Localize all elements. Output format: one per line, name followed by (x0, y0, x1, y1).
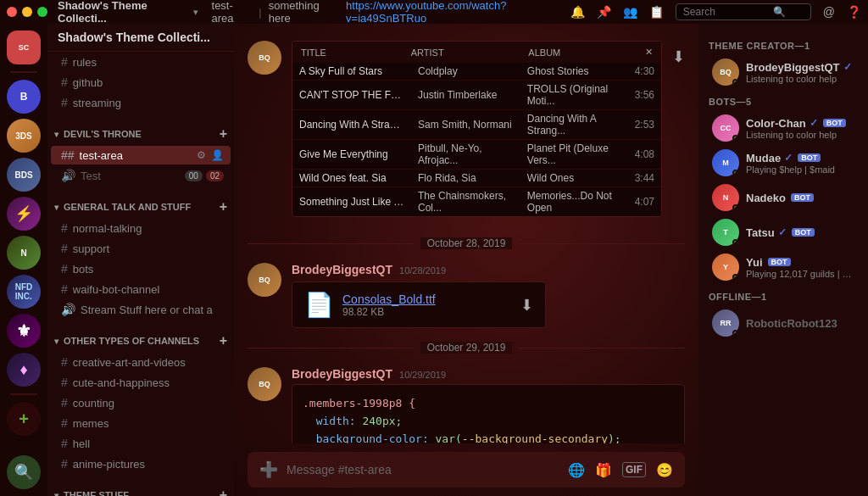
add-channel-button[interactable]: + (220, 333, 227, 348)
server-icon-5[interactable]: ⚡ (7, 197, 41, 231)
add-channel-button[interactable]: + (220, 488, 227, 496)
channel-test-area[interactable]: ## test-area ⚙ 👤 (51, 146, 231, 164)
settings-icon[interactable]: ⚙ (197, 149, 206, 161)
maximize-button[interactable] (37, 7, 47, 17)
channel-hell[interactable]: # hell (51, 434, 231, 453)
server-icon-7[interactable]: NFDINC. (7, 275, 41, 309)
member-yui[interactable]: Y Yui BOT Playing 12,017 guilds | 722,06… (702, 250, 865, 284)
message-group-m3: BQ BrodeyBiggestQT 10/29/2019 .members-1… (248, 367, 685, 443)
section-offline: OFFLINE—1 (698, 285, 868, 305)
channel-cute[interactable]: # cute-and-happiness (51, 373, 231, 392)
channel-bots[interactable]: # bots (51, 259, 231, 278)
gift-icon[interactable]: 🎁 (595, 462, 612, 478)
section-general-talk[interactable]: ▾ GENERAL TALK AND STUFF + (47, 186, 234, 218)
add-channel-button[interactable]: + (220, 126, 227, 142)
member-tatsu[interactable]: T Tatsu ✓ BOT (702, 215, 865, 249)
member-brodey[interactable]: BQ BrodeyBiggestQT ✓ Listening to color … (702, 55, 865, 89)
member-robotic[interactable]: RR RoboticRobot123 (702, 306, 865, 340)
channel-counting[interactable]: # counting (51, 393, 231, 412)
channel-stream-stuff[interactable]: 🔊 Stream Stuff here or chat a (51, 300, 231, 319)
channel-support[interactable]: # support (51, 239, 231, 258)
hash-icon: # (61, 55, 68, 69)
server-name-header[interactable]: Shadow's Theme Collecti... (47, 24, 234, 52)
message-input[interactable] (287, 463, 559, 476)
youtube-link[interactable]: https://www.youtube.com/watch?v=ia49SnBT… (346, 0, 570, 25)
search-input[interactable] (683, 6, 768, 18)
channel-creative-art[interactable]: # creative-art-and-videos (51, 353, 231, 371)
member-name: Color-Chan ✓ BOT (746, 117, 854, 130)
pin-icon[interactable]: 📌 (597, 5, 611, 19)
section-devils-throne[interactable]: ▾ DEVIL'S THRONE + (47, 113, 234, 145)
message-author[interactable]: BrodeyBiggestQT (292, 263, 392, 276)
members-icon[interactable]: 👥 (623, 5, 637, 19)
member-name: BrodeyBiggestQT ✓ (746, 61, 854, 74)
music-table: A Sky Full of Stars Coldplay Ghost Stori… (292, 63, 661, 216)
at-icon[interactable]: @ (823, 5, 835, 19)
channel-streaming[interactable]: # streaming (51, 93, 231, 112)
member-status: Playing 12,017 guilds | 722,06... (746, 269, 854, 279)
message-author[interactable]: BrodeyBiggestQT (292, 367, 392, 381)
members-sidebar: THEME CREATOR—1 BQ BrodeyBiggestQT ✓ Lis… (698, 24, 868, 496)
hash-icon: # (61, 396, 68, 410)
server-name: Shadow's Theme Collecti... (58, 0, 190, 25)
member-color-chan[interactable]: CC Color-Chan ✓ BOT Listening to color h… (702, 111, 865, 145)
message-group-m1: BQ TITLE ARTIST ALBUM ✕ A (248, 41, 685, 224)
code-line-1: .members-1998p8 { (303, 395, 674, 413)
channel-rules[interactable]: # rules (51, 53, 231, 71)
member-avatar-tatsu: T (712, 219, 739, 246)
bell-icon[interactable]: 🔔 (570, 5, 585, 19)
search-box[interactable]: 🔍 (676, 3, 811, 20)
verified-icon: ✓ (778, 226, 787, 238)
server-icon-2[interactable]: B (7, 80, 41, 114)
window-controls[interactable] (7, 7, 47, 17)
channel-memes[interactable]: # memes (51, 414, 231, 432)
discover-icon[interactable]: 🔍 (7, 455, 41, 489)
download-icon[interactable]: ⬇ (520, 296, 533, 315)
section-label: DEVIL'S THRONE (64, 129, 142, 139)
server-icon-8[interactable]: ⚜ (7, 314, 41, 348)
add-channel-button[interactable]: + (220, 199, 227, 215)
title-bar: Shadow's Theme Collecti... ▾ test-area |… (0, 0, 868, 24)
attachment-size: 98.82 KB (342, 306, 512, 318)
download-icon[interactable]: ⬇ (672, 41, 685, 66)
status-dot (732, 170, 739, 176)
table-row: Dancing With A Stranger (with Normani) S… (292, 110, 661, 140)
embed-title: TITLE (301, 47, 326, 58)
server-icon-6[interactable]: N (7, 236, 41, 270)
server-icon-3[interactable]: 3DS (7, 119, 41, 153)
table-row: Something Just Like This The Chainsmoker… (292, 187, 661, 217)
status-dot (732, 204, 739, 211)
channel-test-voice[interactable]: 🔊 Test 00 02 (51, 166, 231, 185)
embed-close[interactable]: ✕ (645, 47, 653, 58)
message-header: BrodeyBiggestQT 10/29/2019 (292, 367, 685, 381)
channel-github[interactable]: # github (51, 73, 231, 92)
chevron-icon: ▾ (54, 491, 58, 497)
translate-icon[interactable]: 🌐 (568, 462, 585, 478)
add-attachment-icon[interactable]: ➕ (259, 460, 278, 479)
section-other-channels[interactable]: ▾ OTHER TYPES OF CHANNELS + (47, 320, 234, 352)
member-mudae[interactable]: M Mudae ✓ BOT Playing $help | $maid (702, 146, 865, 180)
gif-icon[interactable]: GIF (622, 462, 646, 477)
member-name: Tatsu ✓ BOT (746, 226, 854, 239)
channel-anime-pictures[interactable]: # anime-pictures (51, 454, 231, 473)
section-theme-stuff[interactable]: ▾ THEME STUFF + (47, 474, 234, 496)
separator: | (259, 6, 261, 19)
attachment-name[interactable]: Consolas_Bold.ttf (342, 293, 512, 306)
server-icon-4[interactable]: BDS (7, 158, 41, 192)
server-icon-1[interactable]: SC (7, 31, 41, 64)
member-nadeko[interactable]: N Nadeko BOT (702, 181, 865, 215)
channel-waifu-bot[interactable]: # waifu-bot-channel (51, 280, 231, 298)
add-server-button[interactable]: + (7, 402, 41, 436)
chat-input-area: ➕ 🌐 🎁 GIF 😊 (234, 443, 698, 496)
member-status: Listening to color help (746, 74, 854, 84)
inbox-icon[interactable]: 📋 (649, 5, 664, 19)
channel-normal-talking[interactable]: # normal-talking (51, 219, 231, 237)
hash-hash-icon: ## (61, 148, 75, 162)
minimize-button[interactable] (22, 7, 32, 17)
emoji-icon[interactable]: 😊 (656, 462, 673, 478)
close-button[interactable] (7, 7, 17, 17)
help-icon[interactable]: ❓ (847, 5, 861, 19)
person-icon[interactable]: 👤 (211, 149, 224, 161)
server-icon-9[interactable]: ♦ (7, 353, 41, 387)
search-icon: 🔍 (773, 6, 786, 18)
